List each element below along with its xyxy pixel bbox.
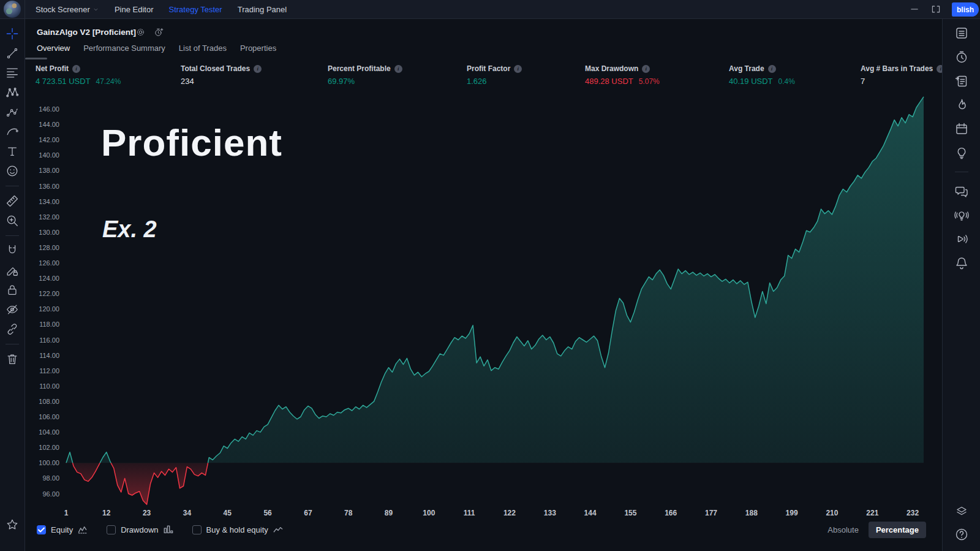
svg-text:126.00: 126.00 <box>39 259 59 267</box>
strategy-tester-panel: GainzAlgo V2 [Proficient] OverviewPerfor… <box>25 19 942 551</box>
toggle-label: Drawdown <box>121 525 158 534</box>
svg-text:114.00: 114.00 <box>39 352 59 359</box>
svg-text:146.00: 146.00 <box>39 105 59 113</box>
svg-text:67: 67 <box>304 509 312 517</box>
nav-item-strategy-tester[interactable]: Strategy Tester <box>168 5 222 14</box>
object-tree-icon[interactable] <box>954 503 970 519</box>
avatar[interactable] <box>4 1 21 18</box>
magnet-icon[interactable] <box>4 243 20 259</box>
svg-text:56: 56 <box>263 509 272 517</box>
nav-item-label: Strategy Tester <box>168 5 222 14</box>
fib-retracement-icon[interactable] <box>4 65 20 81</box>
right-sidebar <box>942 19 980 551</box>
mode-option-absolute[interactable]: Absolute <box>827 525 859 534</box>
svg-text:221: 221 <box>866 509 878 517</box>
svg-text:1: 1 <box>64 509 69 517</box>
equity-chart[interactable]: 146.00144.00142.00140.00138.00136.00134.… <box>25 19 942 551</box>
svg-text:89: 89 <box>385 509 393 517</box>
trash-icon[interactable] <box>4 351 20 367</box>
chevron-down-icon <box>92 6 99 13</box>
checkbox-equity[interactable] <box>37 525 46 534</box>
svg-text:108.00: 108.00 <box>39 398 59 405</box>
link-icon[interactable] <box>4 321 20 337</box>
star-icon[interactable] <box>4 517 20 533</box>
notes-add-icon[interactable] <box>954 73 970 89</box>
minds-icon[interactable] <box>954 207 970 223</box>
svg-text:96.00: 96.00 <box>42 490 59 498</box>
svg-text:177: 177 <box>705 509 717 517</box>
window-controls <box>908 3 942 15</box>
text-icon[interactable] <box>4 143 20 159</box>
ruler-icon[interactable] <box>4 193 20 209</box>
draw-lock-icon[interactable] <box>4 262 20 278</box>
svg-text:210: 210 <box>826 509 838 517</box>
trend-line-icon[interactable] <box>4 45 20 61</box>
svg-text:110.00: 110.00 <box>39 382 59 390</box>
hotlists-icon[interactable] <box>954 97 970 113</box>
equity-mini-icon <box>78 525 88 534</box>
xabcd-pattern-icon[interactable] <box>4 85 20 101</box>
svg-text:122: 122 <box>503 509 516 517</box>
drawing-toolbar <box>0 19 25 551</box>
svg-text:166: 166 <box>665 509 677 517</box>
help-icon[interactable] <box>954 526 970 542</box>
nav-item-trading-panel[interactable]: Trading Panel <box>238 5 287 14</box>
alerts-icon[interactable] <box>954 49 970 65</box>
svg-text:102.00: 102.00 <box>39 444 59 451</box>
nav-item-label: Trading Panel <box>238 5 287 14</box>
svg-text:232: 232 <box>907 509 919 517</box>
svg-text:124.00: 124.00 <box>39 275 59 282</box>
brush-icon[interactable] <box>4 124 20 140</box>
svg-text:128.00: 128.00 <box>39 244 59 251</box>
svg-text:140.00: 140.00 <box>39 151 59 159</box>
svg-text:122.00: 122.00 <box>39 290 59 297</box>
streams-icon[interactable] <box>954 231 970 247</box>
svg-text:106.00: 106.00 <box>39 413 59 420</box>
ideas-icon[interactable] <box>954 145 970 161</box>
restore-icon[interactable] <box>930 3 942 15</box>
svg-text:133: 133 <box>544 509 556 517</box>
checkbox-drawdown[interactable] <box>107 525 116 534</box>
notifications-icon[interactable] <box>954 255 970 271</box>
toggle-label: Buy & hold equity <box>206 525 268 534</box>
toggle-drawdown[interactable]: Drawdown <box>107 525 173 534</box>
svg-text:134.00: 134.00 <box>39 198 59 205</box>
svg-text:138.00: 138.00 <box>39 167 59 174</box>
svg-text:155: 155 <box>624 509 636 517</box>
svg-text:142.00: 142.00 <box>39 136 59 143</box>
toolbar-divider <box>6 235 19 236</box>
forecast-icon[interactable] <box>4 104 20 120</box>
svg-text:120.00: 120.00 <box>39 305 59 313</box>
svg-text:199: 199 <box>786 509 798 517</box>
series-toggles: EquityDrawdownBuy & hold equity <box>37 525 284 534</box>
svg-text:100.00: 100.00 <box>39 459 59 466</box>
crosshair-icon[interactable] <box>4 26 20 42</box>
lock-icon[interactable] <box>4 282 20 298</box>
svg-text:23: 23 <box>143 509 151 517</box>
nav-item-pine-editor[interactable]: Pine Editor <box>115 5 154 14</box>
toggle-buy-hold-equity[interactable]: Buy & hold equity <box>192 525 284 534</box>
svg-text:45: 45 <box>224 509 232 517</box>
svg-text:144.00: 144.00 <box>39 121 59 128</box>
chat-icon[interactable] <box>954 183 970 199</box>
toolbar-divider <box>955 172 968 172</box>
toolbar-divider <box>6 344 19 344</box>
zoom-in-icon[interactable] <box>4 213 20 229</box>
checkbox-buy-hold-equity[interactable] <box>192 525 202 534</box>
minimize-icon[interactable] <box>908 3 921 15</box>
toolbar-divider <box>6 186 19 186</box>
watchlist-icon[interactable] <box>954 25 970 41</box>
buyhold-mini-icon <box>273 525 284 534</box>
emoji-icon[interactable] <box>4 163 20 179</box>
mode-option-percentage[interactable]: Percentage <box>869 522 926 538</box>
hide-icon[interactable] <box>4 302 20 317</box>
svg-text:130.00: 130.00 <box>39 229 59 236</box>
calendar-icon[interactable] <box>954 121 970 137</box>
publish-button[interactable]: blish <box>952 2 979 17</box>
svg-text:12: 12 <box>102 509 111 517</box>
toggle-equity[interactable]: Equity <box>37 525 88 534</box>
svg-text:144: 144 <box>584 509 597 517</box>
nav-item-stock-screener[interactable]: Stock Screener <box>36 5 99 14</box>
display-mode-switch: AbsolutePercentage <box>827 522 926 538</box>
svg-text:104.00: 104.00 <box>39 428 59 436</box>
